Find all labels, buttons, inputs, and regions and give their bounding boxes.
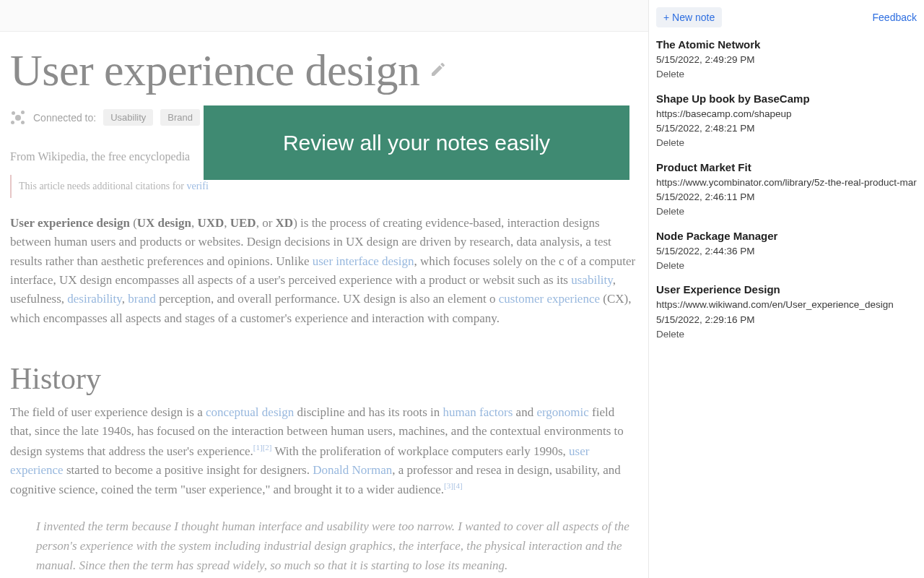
note-item[interactable]: The Atomic Network5/15/2022, 2:49:29 PMD… [656, 38, 917, 82]
note-title[interactable]: Node Package Manager [656, 229, 917, 243]
note-timestamp: 5/15/2022, 2:44:36 PM [656, 245, 917, 258]
note-item[interactable]: Shape Up book by BaseCamphttps://basecam… [656, 92, 917, 150]
notes-list: The Atomic Network5/15/2022, 2:49:29 PMD… [656, 38, 917, 341]
overlay-text: Review all your notes easily [283, 131, 550, 155]
note-delete-link[interactable]: Delete [656, 137, 917, 150]
note-delete-link[interactable]: Delete [656, 205, 917, 218]
citation-notice-text: This article needs additional citations … [19, 181, 186, 191]
note-timestamp: 5/15/2022, 2:29:16 PM [656, 314, 917, 327]
page-title: User experience design [10, 45, 419, 96]
title-row: User experience design [10, 45, 638, 96]
note-timestamp: 5/15/2022, 2:49:29 PM [656, 53, 917, 66]
note-url[interactable]: https://www.ycombinator.com/library/5z-t… [656, 176, 917, 189]
intro-paragraph: User experience design (UX design, UXD, … [10, 214, 638, 328]
note-title[interactable]: Product Market Fit [656, 160, 917, 175]
edit-icon[interactable] [430, 61, 447, 81]
note-title[interactable]: Shape Up book by BaseCamp [656, 92, 917, 106]
note-timestamp: 5/15/2022, 2:46:11 PM [656, 191, 917, 204]
top-bar [0, 0, 648, 32]
note-timestamp: 5/15/2022, 2:48:21 PM [656, 122, 917, 135]
note-url[interactable]: https://www.wikiwand.com/en/User_experie… [656, 298, 917, 311]
note-item[interactable]: Node Package Manager5/15/2022, 2:44:36 P… [656, 229, 917, 273]
tag-usability[interactable]: Usability [103, 109, 153, 126]
sidebar-top: + New note Feedback [656, 7, 917, 27]
note-item[interactable]: Product Market Fithttps://www.ycombinato… [656, 160, 917, 219]
citation-notice-link[interactable]: verifi [186, 181, 208, 191]
connected-label: Connected to: [33, 112, 96, 124]
graph-icon [10, 110, 26, 126]
feedback-link[interactable]: Feedback [873, 12, 917, 23]
blockquote: I invented the term because I thought hu… [36, 517, 638, 576]
overlay-banner: Review all your notes easily [204, 105, 629, 180]
note-title[interactable]: User Experience Design [656, 282, 917, 297]
new-note-button[interactable]: + New note [656, 7, 722, 27]
notes-sidebar: + New note Feedback The Atomic Network5/… [648, 0, 924, 578]
history-heading: History [10, 361, 638, 396]
note-delete-link[interactable]: Delete [656, 259, 917, 272]
note-url[interactable]: https://basecamp.com/shapeup [656, 108, 917, 121]
note-item[interactable]: User Experience Designhttps://www.wikiwa… [656, 282, 917, 341]
tag-brand[interactable]: Brand [160, 109, 200, 126]
note-delete-link[interactable]: Delete [656, 68, 917, 81]
note-title[interactable]: The Atomic Network [656, 38, 917, 52]
history-paragraph: The field of user experience design is a… [10, 403, 638, 499]
article-pane: User experience design Connected to: Usa… [0, 0, 648, 578]
note-delete-link[interactable]: Delete [656, 328, 917, 341]
